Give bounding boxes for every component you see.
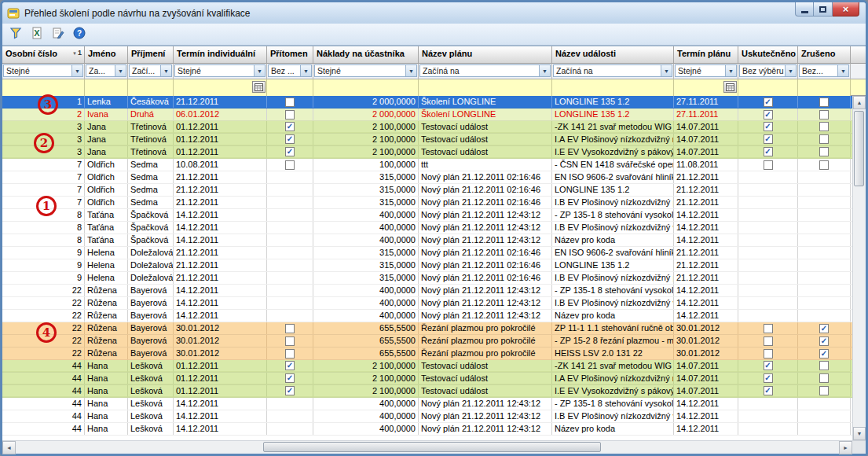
table-row[interactable]: 9HelenaDoležalová21.12.2011315,0000Nový … (2, 259, 852, 272)
pritomen-checkbox[interactable]: ✓ (285, 386, 295, 395)
filter-dropdown-naklady_na_ucastnika[interactable]: Stejné▼ (314, 64, 417, 77)
pritomen-checkbox[interactable]: ✓ (285, 134, 295, 144)
column-header-uskutecneno[interactable]: Uskutečněno (738, 46, 798, 64)
pritomen-checkbox[interactable] (285, 97, 295, 107)
column-header-jmeno[interactable]: Jméno (85, 46, 128, 64)
table-row[interactable]: 3JanaTřetinová01.12.2011✓2 100,0000Testo… (2, 146, 852, 159)
zruseno-checkbox[interactable] (819, 373, 829, 383)
chevron-down-icon[interactable]: ▼ (160, 65, 171, 76)
horizontal-scroll-track[interactable] (16, 441, 839, 454)
table-row[interactable]: 3JanaTřetinová01.12.2011✓2 100,0000Testo… (2, 134, 852, 146)
chevron-down-icon[interactable]: ▼ (115, 65, 126, 76)
table-row[interactable]: 3JanaTřetinová01.12.2011✓2 100,0000Testo… (2, 121, 852, 134)
column-header-nazev_udalosti[interactable]: Název události (552, 46, 674, 64)
search-input-uskutecneno[interactable] (738, 79, 798, 96)
column-header-termin_planu[interactable]: Termín plánu (674, 46, 738, 64)
search-input-pritomen[interactable] (267, 79, 313, 96)
zruseno-checkbox[interactable]: ✓ (819, 324, 829, 333)
filter-dropdown-zruseno[interactable]: Bez...▼ (799, 64, 849, 77)
pritomen-checkbox[interactable] (285, 324, 295, 333)
column-header-osobni_cislo[interactable]: Osobní číslo1 (2, 46, 85, 64)
uskutecneno-checkbox[interactable]: ✓ (764, 147, 773, 156)
scroll-up-button[interactable]: ▲ (853, 96, 866, 109)
table-row[interactable]: 22RůženaBayerová14.12.2011400,0000Nový p… (2, 310, 852, 322)
horizontal-scrollbar[interactable]: ◄ ► (2, 441, 852, 454)
search-input-termin_individualni[interactable] (174, 79, 267, 96)
zruseno-checkbox[interactable]: ✓ (819, 349, 829, 359)
uskutecneno-checkbox[interactable] (764, 160, 773, 170)
filter-dropdown-nazev_planu[interactable]: Začíná na▼ (419, 64, 551, 77)
calendar-icon[interactable] (723, 81, 737, 93)
vertical-scrollbar[interactable]: ▲ ▼ (852, 96, 866, 440)
table-row[interactable]: 44HanaLešková01.12.2011✓2 100,0000Testov… (2, 385, 852, 398)
table-row[interactable]: 2IvanaDruhá06.01.20122 000,0000Školení L… (2, 108, 852, 121)
minimize-button[interactable] (795, 2, 814, 17)
search-input-termin_planu[interactable] (674, 79, 738, 96)
table-row[interactable]: 9HelenaDoležalová21.12.2011315,0000Nový … (2, 272, 852, 285)
zruseno-checkbox[interactable] (819, 386, 829, 395)
uskutecneno-checkbox[interactable] (764, 349, 773, 359)
column-header-prijmeni[interactable]: Příjmení (128, 46, 174, 64)
horizontal-scrollbar-thumb[interactable] (263, 442, 601, 452)
table-row[interactable]: 44HanaLešková01.12.2011✓2 100,0000Testov… (2, 373, 852, 385)
chevron-down-icon[interactable]: ▼ (300, 65, 311, 76)
vertical-scroll-track[interactable] (853, 109, 866, 427)
pritomen-checkbox[interactable]: ✓ (285, 361, 295, 370)
table-row[interactable]: 7OldřichSedma10.08.2011100,0000ttt- ČSN … (2, 159, 852, 171)
scroll-right-button[interactable]: ► (839, 441, 852, 454)
pritomen-checkbox[interactable]: ✓ (285, 147, 295, 156)
zruseno-checkbox[interactable] (819, 110, 829, 120)
table-row[interactable]: 44HanaLešková01.12.2011✓2 100,0000Testov… (2, 360, 852, 373)
filter-dropdown-termin_planu[interactable]: Stejné▼ (675, 64, 737, 77)
table-row[interactable]: 7OldřichSedma21.12.2011315,0000Nový plán… (2, 197, 852, 209)
vertical-scrollbar-thumb[interactable] (854, 111, 864, 186)
edit-button[interactable] (49, 25, 68, 44)
table-row[interactable]: 1LenkaČesáková21.12.20112 000,0000Školen… (2, 96, 852, 108)
close-button[interactable]: × (833, 2, 859, 17)
column-header-termin_individualni[interactable]: Termín individuální (174, 46, 267, 64)
table-row[interactable]: 8TaťánaŠpačková14.12.2011400,0000Nový pl… (2, 234, 852, 247)
maximize-button[interactable] (814, 2, 833, 17)
table-row[interactable]: 22RůženaBayerová30.01.2012655,5500Řezání… (2, 335, 852, 348)
filter-dropdown-uskutecneno[interactable]: Bez výběru▼ (739, 64, 797, 77)
filter-dropdown-jmeno[interactable]: Za...▼ (86, 64, 126, 77)
column-header-naklady_na_ucastnika[interactable]: Náklady na účastníka (313, 46, 419, 64)
pritomen-checkbox[interactable] (285, 336, 295, 346)
pritomen-checkbox[interactable] (285, 160, 295, 170)
uskutecneno-checkbox[interactable]: ✓ (764, 361, 773, 370)
zruseno-checkbox[interactable]: ✓ (819, 336, 829, 346)
table-row[interactable]: 7OldřichSedma21.12.2011315,0000Nový plán… (2, 171, 852, 184)
pritomen-checkbox[interactable] (285, 110, 295, 120)
table-row[interactable]: 9HelenaDoležalová21.12.2011315,0000Nový … (2, 247, 852, 259)
column-header-nazev_planu[interactable]: Název plánu (419, 46, 552, 64)
uskutecneno-checkbox[interactable]: ✓ (764, 122, 773, 131)
chevron-down-icon[interactable]: ▼ (837, 65, 848, 76)
chevron-down-icon[interactable]: ▼ (539, 65, 550, 76)
zruseno-checkbox[interactable] (819, 160, 829, 170)
filter-dropdown-pritomen[interactable]: Bez ...▼ (268, 64, 312, 77)
zruseno-checkbox[interactable] (819, 97, 829, 107)
table-row[interactable]: 22RůženaBayerová30.01.2012655,5500Řezání… (2, 322, 852, 335)
table-row[interactable]: 8TaťánaŠpačková14.12.2011400,0000Nový pl… (2, 222, 852, 234)
search-input-nazev_planu[interactable] (419, 79, 552, 96)
zruseno-checkbox[interactable] (819, 122, 829, 131)
uskutecneno-checkbox[interactable]: ✓ (764, 110, 773, 120)
help-button[interactable]: ? (70, 25, 89, 44)
export-excel-button[interactable]: X (27, 25, 46, 44)
zruseno-checkbox[interactable] (819, 361, 829, 370)
table-row[interactable]: 8TaťánaŠpačková14.12.2011400,0000Nový pl… (2, 209, 852, 222)
uskutecneno-checkbox[interactable] (764, 324, 773, 333)
pritomen-checkbox[interactable]: ✓ (285, 373, 295, 383)
uskutecneno-checkbox[interactable]: ✓ (764, 386, 773, 395)
table-row[interactable]: 44HanaLešková14.12.2011400,0000Nový plán… (2, 423, 852, 436)
filter-dropdown-osobni_cislo[interactable]: Stejné▼ (3, 64, 83, 77)
filter-dropdown-prijmeni[interactable]: Začí...▼ (129, 64, 172, 77)
pritomen-checkbox[interactable] (285, 349, 295, 359)
zruseno-checkbox[interactable] (819, 134, 829, 144)
search-input-osobni_cislo[interactable] (2, 79, 85, 96)
table-row[interactable]: 44HanaLešková14.12.2011400,0000Nový plán… (2, 410, 852, 423)
filter-button[interactable] (6, 25, 25, 44)
uskutecneno-checkbox[interactable]: ✓ (764, 97, 773, 107)
chevron-down-icon[interactable]: ▼ (405, 65, 416, 76)
pritomen-checkbox[interactable]: ✓ (285, 122, 295, 131)
